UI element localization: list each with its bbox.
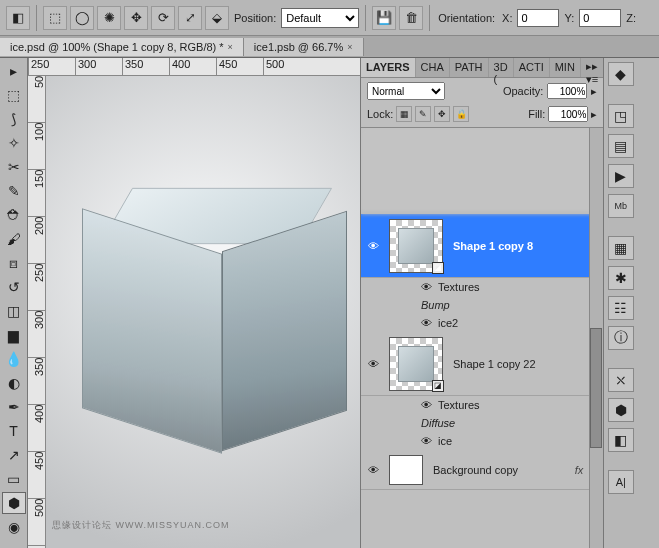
move-3d-icon[interactable]: ✥ bbox=[124, 6, 148, 30]
materials-icon[interactable]: ◧ bbox=[608, 428, 634, 452]
layer-row-shape1copy8[interactable]: 👁 ◪ Shape 1 copy 8 bbox=[361, 214, 603, 278]
tab-paths[interactable]: PATH bbox=[450, 58, 489, 77]
crop-tool-icon[interactable]: ✂ bbox=[2, 156, 26, 178]
close-icon[interactable]: × bbox=[347, 42, 352, 52]
3d-camera-tool-icon[interactable]: ◉ bbox=[2, 516, 26, 538]
close-icon[interactable]: × bbox=[228, 42, 233, 52]
opacity-input[interactable] bbox=[547, 83, 587, 99]
x-input[interactable] bbox=[517, 9, 559, 27]
history-brush-icon[interactable]: ↺ bbox=[2, 276, 26, 298]
layer-sub-ice2[interactable]: 👁ice2 bbox=[361, 314, 603, 332]
pan-icon[interactable]: ⬙ bbox=[205, 6, 229, 30]
position-select[interactable]: Default bbox=[281, 8, 359, 28]
blend-mode-select[interactable]: Normal bbox=[367, 82, 445, 100]
scale-icon[interactable]: ⤢ bbox=[178, 6, 202, 30]
brush-tool-icon[interactable]: 🖌 bbox=[2, 228, 26, 250]
rotate-icon[interactable]: ⟳ bbox=[151, 6, 175, 30]
navigator-icon[interactable]: ◳ bbox=[608, 104, 634, 128]
eyedropper-tool-icon[interactable]: ✎ bbox=[2, 180, 26, 202]
lock-image-icon[interactable]: ✎ bbox=[415, 106, 431, 122]
tool-preset-icon[interactable]: ◧ bbox=[6, 6, 30, 30]
lock-position-icon[interactable]: ✥ bbox=[434, 106, 450, 122]
orientation-label: Orientation: bbox=[438, 12, 495, 24]
tab-channels[interactable]: CHA bbox=[416, 58, 450, 77]
info-icon[interactable]: ⓘ bbox=[608, 326, 634, 350]
layer-sub-ice[interactable]: 👁ice bbox=[361, 432, 603, 450]
layer-name: Shape 1 copy 8 bbox=[447, 240, 603, 252]
layer-sub-textures[interactable]: 👁Textures bbox=[361, 396, 603, 414]
wand-tool-icon[interactable]: ✧ bbox=[2, 132, 26, 154]
light-icon[interactable]: ✺ bbox=[97, 6, 121, 30]
layer-thumbnail[interactable] bbox=[389, 455, 423, 485]
3d-axis-icon[interactable]: ⤬ bbox=[608, 368, 634, 392]
3d-scene-icon[interactable]: ⬢ bbox=[608, 398, 634, 422]
color-icon[interactable]: ▶ bbox=[608, 164, 634, 188]
y-input[interactable] bbox=[579, 9, 621, 27]
blur-tool-icon[interactable]: 💧 bbox=[2, 348, 26, 370]
visibility-eye-icon[interactable]: 👁 bbox=[421, 281, 432, 293]
visibility-eye-icon[interactable]: 👁 bbox=[361, 358, 385, 370]
chevron-right-icon[interactable]: ▸ bbox=[591, 85, 597, 98]
tab-3d[interactable]: 3D ( bbox=[489, 58, 514, 77]
layer-fx-indicator[interactable]: fx bbox=[575, 464, 584, 476]
type-tool-icon[interactable]: T bbox=[2, 420, 26, 442]
stamp-tool-icon[interactable]: ⧈ bbox=[2, 252, 26, 274]
heal-tool-icon[interactable]: ⛑ bbox=[2, 204, 26, 226]
scrollbar-thumb[interactable] bbox=[590, 328, 602, 448]
document-tabs: ice.psd @ 100% (Shape 1 copy 8, RGB/8) *… bbox=[0, 36, 659, 58]
gradient-tool-icon[interactable]: ▆ bbox=[2, 324, 26, 346]
ice-cube-render bbox=[86, 176, 346, 436]
delete-icon[interactable]: 🗑 bbox=[399, 6, 423, 30]
layer-row-shape1copy22[interactable]: 👁 ◪ Shape 1 copy 22 ▴ bbox=[361, 332, 603, 396]
opacity-label: Opacity: bbox=[503, 85, 543, 97]
move-tool-icon[interactable]: ▸ bbox=[2, 60, 26, 82]
mb-icon[interactable]: Mb bbox=[608, 194, 634, 218]
layer-sub-textures[interactable]: 👁Textures bbox=[361, 278, 603, 296]
layers-panel: LAYERS CHA PATH 3D ( ACTI MIN ▸▸ ▾≡ Norm… bbox=[360, 58, 603, 548]
tab-actions[interactable]: ACTI bbox=[514, 58, 550, 77]
styles-icon[interactable]: ✱ bbox=[608, 266, 634, 290]
pen-tool-icon[interactable]: ✒ bbox=[2, 396, 26, 418]
tab-layers[interactable]: LAYERS bbox=[361, 58, 416, 77]
fill-input[interactable] bbox=[548, 106, 588, 122]
lock-all-icon[interactable]: 🔒 bbox=[453, 106, 469, 122]
swatches-icon[interactable]: ▦ bbox=[608, 236, 634, 260]
path-tool-icon[interactable]: ↗ bbox=[2, 444, 26, 466]
visibility-eye-icon[interactable]: 👁 bbox=[421, 399, 432, 411]
dodge-tool-icon[interactable]: ◐ bbox=[2, 372, 26, 394]
layer-row-background-copy[interactable]: 👁 Background copy fx ▾ bbox=[361, 450, 603, 490]
visibility-eye-icon[interactable]: 👁 bbox=[361, 464, 385, 476]
character-icon[interactable]: A| bbox=[608, 470, 634, 494]
panel-menu-icon[interactable]: ▸▸ ▾≡ bbox=[581, 58, 603, 77]
collapse-icon[interactable]: ◆ bbox=[608, 62, 634, 86]
layers-above-faded bbox=[361, 128, 603, 214]
layer-thumbnail[interactable]: ◪ bbox=[389, 219, 443, 273]
sphere-icon[interactable]: ◯ bbox=[70, 6, 94, 30]
lasso-tool-icon[interactable]: ⟆ bbox=[2, 108, 26, 130]
watermark: 思缘设计论坛 WWW.MISSYUAN.COM bbox=[52, 519, 230, 532]
layer-name: Background copy bbox=[427, 464, 575, 476]
save-icon[interactable]: 💾 bbox=[372, 6, 396, 30]
marquee-tool-icon[interactable]: ⬚ bbox=[2, 84, 26, 106]
visibility-eye-icon[interactable]: 👁 bbox=[361, 240, 385, 252]
tab-mini[interactable]: MIN bbox=[550, 58, 581, 77]
cube-icon[interactable]: ⬚ bbox=[43, 6, 67, 30]
3d-object-tool-icon[interactable]: ⬢ bbox=[2, 492, 26, 514]
histogram-icon[interactable]: ▤ bbox=[608, 134, 634, 158]
visibility-eye-icon[interactable]: 👁 bbox=[421, 317, 432, 329]
shape-tool-icon[interactable]: ▭ bbox=[2, 468, 26, 490]
lock-transparency-icon[interactable]: ▦ bbox=[396, 106, 412, 122]
layer-sub-diffuse[interactable]: Diffuse bbox=[361, 414, 603, 432]
scrollbar[interactable] bbox=[589, 128, 603, 548]
chevron-right-icon[interactable]: ▸ bbox=[591, 108, 597, 121]
layer-sub-bump[interactable]: Bump bbox=[361, 296, 603, 314]
right-dock: ◆ ◳ ▤ ▶ Mb ▦ ✱ ☷ ⓘ ⤬ ⬢ ◧ A| bbox=[603, 58, 637, 548]
eraser-tool-icon[interactable]: ◫ bbox=[2, 300, 26, 322]
layer-thumbnail[interactable]: ◪ bbox=[389, 337, 443, 391]
panel-tabs: LAYERS CHA PATH 3D ( ACTI MIN ▸▸ ▾≡ bbox=[361, 58, 603, 78]
doc-tab-ice-psd[interactable]: ice.psd @ 100% (Shape 1 copy 8, RGB/8) *… bbox=[0, 38, 244, 56]
canvas[interactable]: 思缘设计论坛 WWW.MISSYUAN.COM bbox=[46, 76, 360, 548]
adjust-icon[interactable]: ☷ bbox=[608, 296, 634, 320]
doc-tab-ice1-psb[interactable]: ice1.psb @ 66.7% × bbox=[244, 38, 364, 56]
visibility-eye-icon[interactable]: 👁 bbox=[421, 435, 432, 447]
